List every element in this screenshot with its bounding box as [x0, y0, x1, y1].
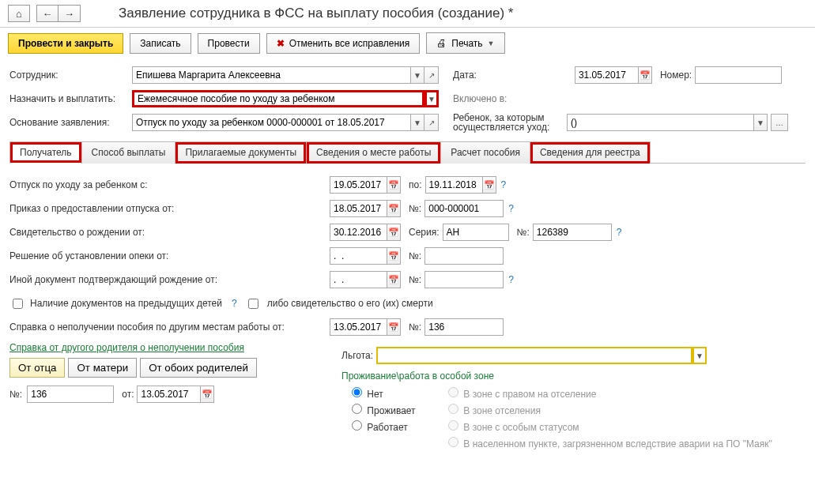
zone-resettle-radio [448, 404, 458, 414]
nonreceipt-date-input[interactable] [330, 318, 387, 336]
included-label: Включено в: [453, 93, 507, 104]
home-icon[interactable]: ⌂ [8, 5, 30, 22]
nr-num-label: №: [409, 322, 421, 333]
zone-right-label: В зоне с правом на отселение [463, 389, 596, 400]
basis-input[interactable] [132, 114, 410, 131]
zone-live-radio[interactable] [352, 404, 362, 414]
chevron-down-icon[interactable]: ▼ [692, 347, 707, 364]
chevron-down-icon[interactable]: ▼ [424, 90, 439, 107]
assign-input[interactable] [132, 90, 424, 107]
open-icon[interactable]: ↗ [424, 66, 439, 84]
more-button[interactable]: … [771, 114, 788, 131]
forward-icon[interactable]: → [58, 5, 81, 22]
save-button[interactable]: Записать [130, 33, 191, 54]
ref-num-input[interactable] [27, 386, 114, 403]
order-date-input[interactable] [330, 200, 387, 217]
order-label: Приказ о предоставлении отпуска от: [9, 203, 330, 214]
calendar-icon[interactable]: 📅 [482, 176, 496, 194]
date-input[interactable] [575, 66, 638, 84]
help-icon[interactable]: ? [508, 274, 514, 285]
guardianship-date-input[interactable] [330, 247, 387, 265]
ref-from-label: от: [122, 389, 134, 400]
calendar-icon[interactable]: 📅 [200, 386, 214, 403]
prev-children-docs-checkbox[interactable] [13, 299, 23, 309]
chevron-down-icon[interactable]: ▼ [410, 114, 424, 131]
birth-cert-date-input[interactable] [330, 224, 387, 241]
zone-mayak-label: В населенном пункте, загрязненном вследс… [463, 438, 772, 449]
o-num-label: №: [409, 274, 421, 285]
tab-calculation[interactable]: Расчет пособия [440, 141, 530, 164]
cancel-icon: ✖ [277, 38, 285, 49]
zone-no-radio[interactable] [352, 387, 362, 397]
chevron-down-icon[interactable]: ▼ [410, 66, 424, 84]
back-icon[interactable]: ← [36, 5, 58, 22]
nonreceipt-num-input[interactable] [424, 318, 504, 336]
help-icon[interactable]: ? [617, 227, 622, 238]
benefit-label: Льгота: [341, 350, 373, 361]
calendar-icon[interactable]: 📅 [638, 66, 652, 84]
prev-children-docs-label: Наличие документов на предыдущих детей [30, 298, 222, 309]
guardianship-label: Решение об установлении опеки от: [9, 250, 330, 261]
basis-label: Основание заявления: [9, 117, 132, 128]
to-label: по: [409, 179, 422, 190]
series-input[interactable] [443, 224, 509, 241]
other-doc-date-input[interactable] [330, 271, 387, 288]
tab-recipient[interactable]: Получатель [9, 141, 82, 164]
page-title: Заявление сотрудника в ФСС на выплату по… [119, 6, 513, 21]
help-icon[interactable]: ? [232, 298, 237, 309]
other-doc-num-input[interactable] [424, 271, 504, 288]
other-parent-cert-link[interactable]: Справка от другого родителя о неполучени… [9, 342, 244, 353]
child-input[interactable] [567, 114, 753, 131]
chevron-down-icon[interactable]: ▼ [753, 114, 768, 131]
series-label: Серия: [409, 227, 440, 238]
cert-num-input[interactable] [533, 224, 612, 241]
tab-payment-method[interactable]: Способ выплаты [81, 141, 176, 164]
calendar-icon[interactable]: 📅 [387, 247, 401, 265]
zone-live-label: Проживает [367, 405, 415, 416]
printer-icon: 🖨 [436, 37, 447, 49]
open-icon[interactable]: ↗ [424, 114, 439, 131]
chevron-down-icon: ▼ [488, 39, 495, 47]
calendar-icon[interactable]: 📅 [387, 318, 401, 336]
death-cert-checkbox[interactable] [248, 299, 258, 309]
zone-right-radio [448, 387, 458, 397]
calendar-icon[interactable]: 📅 [387, 224, 401, 241]
print-label: Печать [451, 38, 482, 49]
benefit-input[interactable] [376, 347, 692, 364]
cancel-corrections-label: Отменить все исправления [289, 38, 410, 49]
date-label: Дата: [453, 70, 477, 81]
number-input[interactable] [695, 66, 782, 84]
guardianship-num-input[interactable] [424, 247, 504, 265]
ref-num-label: №: [9, 389, 22, 400]
calendar-icon[interactable]: 📅 [387, 176, 401, 194]
employee-label: Сотрудник: [9, 70, 132, 81]
post-button[interactable]: Провести [198, 33, 260, 54]
help-icon[interactable]: ? [501, 179, 507, 190]
from-father-button[interactable]: От отца [9, 358, 65, 378]
zone-special-label: В зоне с особым статусом [463, 422, 579, 433]
employee-input[interactable] [132, 66, 410, 84]
g-num-label: №: [409, 250, 421, 261]
leave-from-label: Отпуск по уходу за ребенком с: [9, 179, 330, 190]
calendar-icon[interactable]: 📅 [387, 271, 401, 288]
zone-title: Проживание\работа в особой зоне [341, 370, 806, 382]
assign-label: Назначить и выплатить: [9, 93, 132, 104]
leave-to-input[interactable] [425, 176, 482, 194]
ref-from-input[interactable] [137, 386, 200, 403]
order-num-input[interactable] [424, 200, 504, 217]
post-and-close-button[interactable]: Провести и закрыть [8, 33, 123, 54]
calendar-icon[interactable]: 📅 [387, 200, 401, 217]
print-button[interactable]: 🖨 Печать ▼ [426, 32, 504, 54]
zone-work-radio[interactable] [352, 420, 362, 431]
death-cert-label: либо свидетельство о его (их) смерти [267, 298, 433, 309]
other-doc-label: Иной документ подтверждающий рождение от… [9, 274, 330, 285]
help-icon[interactable]: ? [508, 203, 514, 214]
tab-attached-docs[interactable]: Прилагаемые документы [175, 141, 307, 164]
cancel-corrections-button[interactable]: ✖ Отменить все исправления [266, 33, 421, 54]
from-both-button[interactable]: От обоих родителей [140, 358, 257, 378]
tab-registry-info[interactable]: Сведения для реестра [530, 141, 651, 164]
zone-work-label: Работает [367, 422, 407, 433]
leave-from-input[interactable] [330, 176, 387, 194]
tab-work-info[interactable]: Сведения о месте работы [306, 141, 441, 164]
from-mother-button[interactable]: От матери [68, 358, 137, 378]
